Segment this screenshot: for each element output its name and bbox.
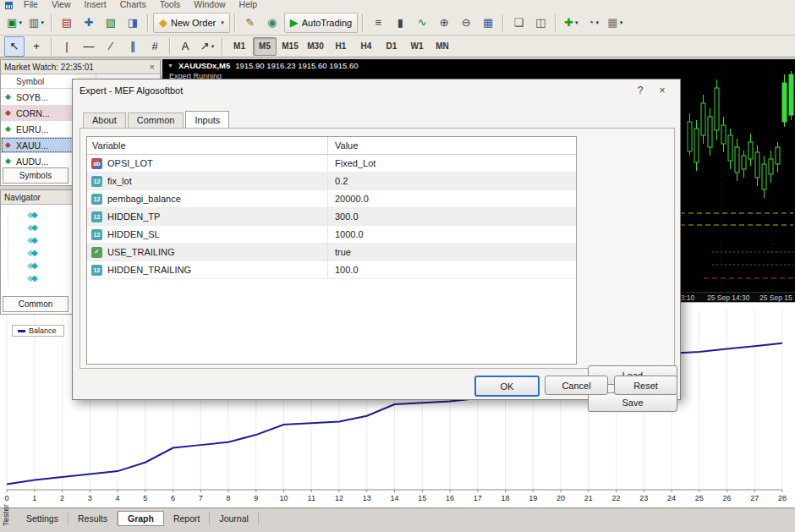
param-row[interactable]: 12HIDDEN_SL1000.0 — [87, 226, 576, 244]
timeframe-h1[interactable]: H1 — [329, 37, 353, 56]
text-icon[interactable]: A — [175, 36, 195, 57]
new-order-button[interactable]: ◆New Order▾ — [153, 13, 230, 33]
dialog-tab-inputs[interactable]: Inputs — [185, 111, 229, 128]
expert-advisor-icon — [27, 238, 41, 246]
param-value[interactable]: 20000.0 — [328, 194, 576, 204]
cancel-button[interactable]: Cancel — [545, 376, 608, 395]
expert-advisor-icon — [27, 225, 41, 233]
fibonacci-icon[interactable]: # — [145, 36, 165, 57]
timeframe-m5[interactable]: M5 — [253, 37, 277, 56]
param-value[interactable]: 300.0 — [328, 211, 576, 222]
param-row[interactable]: 12fix_lot0.2 — [87, 173, 576, 190]
svg-text:19: 19 — [529, 494, 537, 502]
dialog-tab-common[interactable]: Common — [128, 112, 184, 129]
horizontal-line-icon-glyph: — — [84, 41, 95, 52]
chart-titlebar: ▼ XAUUSDx,M5 1915.90 1916.23 1915.60 191… — [162, 59, 795, 71]
autotrading-button[interactable]: ▶AutoTrading — [284, 13, 359, 33]
toolbar-separator — [147, 14, 149, 31]
help-icon[interactable]: ? — [629, 85, 651, 96]
indicators-icon[interactable]: ✚▾ — [561, 13, 581, 33]
param-row[interactable]: 12pembagi_balance20000.0 — [87, 190, 576, 208]
timeframe-h4[interactable]: H4 — [354, 37, 378, 56]
channel-icon[interactable]: ∥ — [123, 36, 143, 57]
zoom-out-icon-glyph: ⊖ — [462, 17, 471, 28]
close-icon[interactable]: × — [148, 62, 156, 72]
param-value[interactable]: true — [328, 247, 576, 257]
new-chart-icon-glyph: ▣ — [7, 17, 17, 28]
metaeditor-icon[interactable]: ✎ — [240, 13, 260, 33]
timeframe-m1[interactable]: M1 — [228, 37, 251, 56]
ok-button[interactable]: OK — [474, 376, 540, 397]
navigator-icon[interactable]: ▧ — [101, 13, 121, 33]
crosshair-icon[interactable]: + — [26, 36, 47, 57]
menu-tools[interactable]: Tools — [154, 0, 187, 10]
param-row[interactable]: abOPSI_LOTFixed_Lot — [87, 155, 576, 173]
timeframe-d1[interactable]: D1 — [380, 37, 403, 56]
tab-common[interactable]: Common — [3, 296, 69, 312]
chart-symbol-period: XAUUSDx,M5 — [178, 61, 230, 70]
timeframe-w1[interactable]: W1 — [405, 37, 429, 56]
tester-tab-results[interactable]: Results — [69, 512, 118, 525]
param-row[interactable]: 12HIDDEN_TP300.0 — [87, 208, 576, 226]
new-chart-icon[interactable]: ▣▾ — [4, 13, 25, 33]
experts-icon[interactable]: ◉ — [262, 13, 282, 33]
timeframe-m30[interactable]: M30 — [304, 37, 327, 56]
tile-horizontal-icon[interactable]: ◫ — [530, 13, 551, 33]
menu-bar: FileViewInsertChartsToolsWindowHelp — [0, 0, 795, 10]
dialog-tabs: AboutCommonInputs — [83, 111, 231, 128]
zoom-in-icon[interactable]: ⊕ — [434, 13, 454, 33]
trendline-icon[interactable]: ∕ — [101, 36, 121, 57]
profiles-icon[interactable]: ▥▾ — [26, 13, 47, 33]
periods-icon[interactable]: ◔▾ — [583, 13, 603, 33]
market-watch-icon[interactable]: ▤ — [57, 13, 77, 33]
menu-file[interactable]: File — [18, 0, 44, 10]
data-window-icon[interactable]: ✚ — [79, 13, 99, 33]
cursor-icon[interactable]: ↖ — [4, 36, 25, 57]
arrows-icon[interactable]: ↗▾ — [197, 36, 217, 57]
param-row[interactable]: 12HIDDEN_TRAILING100.0 — [87, 261, 576, 279]
param-value[interactable]: Fixed_Lot — [328, 158, 576, 168]
menu-window[interactable]: Window — [188, 0, 231, 10]
expert-advisor-icon — [27, 263, 41, 271]
param-value[interactable]: 0.2 — [328, 176, 576, 186]
svg-text:16: 16 — [446, 494, 454, 502]
dropdown-caret-icon: ▾ — [620, 19, 623, 26]
chart-candles-icon[interactable]: ▮ — [390, 13, 410, 33]
param-variable-cell: 12fix_lot — [87, 173, 328, 189]
zoom-out-icon[interactable]: ⊖ — [456, 13, 476, 33]
tester-tab-settings[interactable]: Settings — [17, 512, 69, 525]
tab-symbols[interactable]: Symbols — [3, 167, 69, 184]
dialog-tab-about[interactable]: About — [83, 112, 126, 129]
chart-bars-icon[interactable]: ≡ — [368, 13, 388, 33]
vertical-line-icon[interactable]: | — [57, 36, 77, 57]
svg-text:24: 24 — [667, 494, 676, 502]
param-variable-cell: 12HIDDEN_TP — [87, 208, 328, 225]
svg-text:14: 14 — [390, 494, 398, 502]
close-icon[interactable]: × — [651, 85, 673, 96]
param-value[interactable]: 1000.0 — [328, 229, 576, 239]
tester-tab-journal[interactable]: Journal — [210, 512, 258, 525]
dialog-titlebar[interactable]: Expert - MEF Algosoftbot ? × — [73, 80, 680, 101]
collapse-icon[interactable]: ▼ — [167, 63, 173, 69]
horizontal-line-icon[interactable]: — — [79, 36, 99, 57]
terminal-icon[interactable]: ◨ — [123, 13, 143, 33]
timeframe-mn[interactable]: MN — [430, 37, 454, 56]
param-value[interactable]: 100.0 — [328, 265, 576, 275]
tile-windows-icon[interactable]: ▦ — [478, 13, 498, 33]
menu-view[interactable]: View — [46, 0, 77, 10]
menu-insert[interactable]: Insert — [79, 0, 112, 10]
cascade-windows-icon[interactable]: ❏ — [508, 13, 529, 33]
save-button[interactable]: Save — [588, 392, 677, 412]
timeframe-m15[interactable]: M15 — [278, 37, 302, 56]
templates-icon[interactable]: ▦▾ — [605, 13, 625, 33]
crosshair-icon-glyph: + — [33, 41, 40, 52]
menu-help[interactable]: Help — [233, 0, 264, 10]
tester-tab-report[interactable]: Report — [164, 512, 211, 525]
expert-advisor-icon — [27, 250, 41, 259]
reset-button[interactable]: Reset — [614, 376, 677, 395]
param-row[interactable]: ✓USE_TRAILINGtrue — [87, 244, 576, 261]
dropdown-caret-icon: ▾ — [595, 19, 599, 26]
chart-line-icon[interactable]: ∿ — [412, 13, 432, 33]
menu-charts[interactable]: Charts — [114, 0, 152, 10]
tester-tab-graph[interactable]: Graph — [118, 511, 164, 526]
